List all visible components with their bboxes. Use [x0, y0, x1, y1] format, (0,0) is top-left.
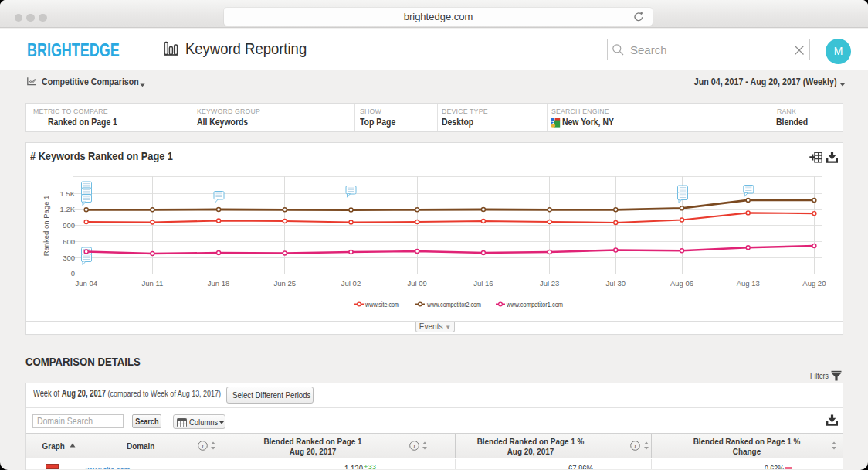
svg-text:www.site.com: www.site.com: [364, 300, 399, 308]
svg-text:Ranked on Page 1: Ranked on Page 1: [42, 196, 50, 257]
svg-text:i: i: [634, 442, 636, 450]
svg-text:Jun 18: Jun 18: [208, 279, 230, 288]
svg-text:Jul 09: Jul 09: [408, 279, 427, 288]
svg-text:i: i: [413, 442, 415, 450]
svg-text:Aug 06: Aug 06: [670, 279, 693, 288]
svg-text:Jul 02: Jul 02: [341, 279, 361, 288]
svg-text:Jul 16: Jul 16: [473, 279, 493, 288]
svg-text:Jul 30: Jul 30: [606, 279, 626, 288]
svg-text:300: 300: [63, 254, 75, 262]
svg-text:Jun 25: Jun 25: [274, 279, 297, 288]
svg-text:900: 900: [63, 221, 75, 230]
svg-text:Aug 13: Aug 13: [737, 279, 760, 288]
svg-text:Aug 20: Aug 20: [802, 279, 826, 288]
svg-text:0: 0: [71, 269, 75, 278]
svg-text:1.2K: 1.2K: [59, 205, 75, 213]
svg-text:Jun 11: Jun 11: [141, 279, 163, 288]
svg-text:www.competitor2.com: www.competitor2.com: [426, 300, 481, 308]
svg-text:600: 600: [63, 237, 75, 246]
svg-text:1.5K: 1.5K: [59, 189, 75, 198]
svg-text:Jul 23: Jul 23: [540, 279, 559, 288]
svg-text:www.competitor1.com: www.competitor1.com: [506, 300, 563, 308]
svg-text:i: i: [202, 442, 204, 450]
svg-text:Jun 04: Jun 04: [75, 279, 97, 288]
